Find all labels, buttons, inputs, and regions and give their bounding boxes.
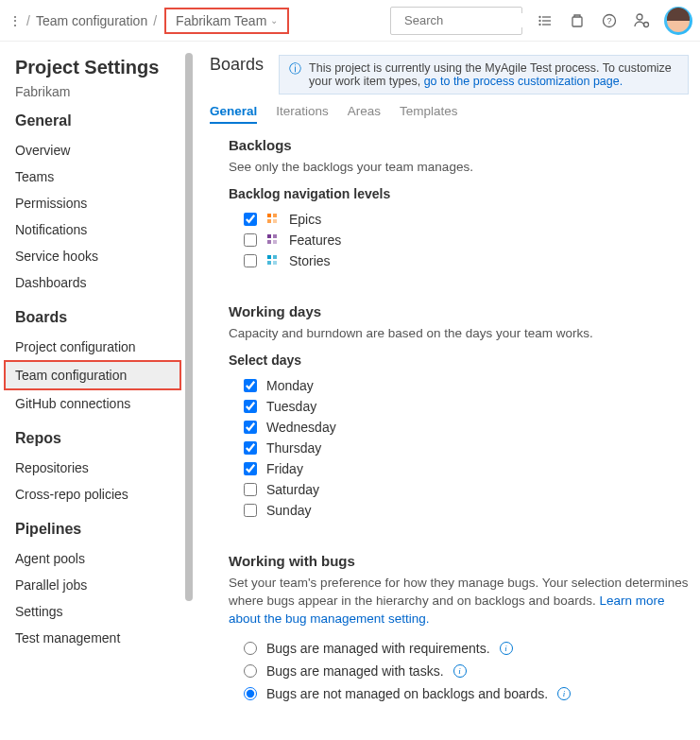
bug-option-row: Bugs are not managed on backlogs and boa… (229, 682, 689, 705)
help-icon[interactable]: ? (600, 11, 619, 30)
day-row: Friday (229, 458, 689, 479)
svg-rect-18 (273, 214, 277, 217)
nav-dashboards[interactable]: Dashboards (15, 269, 189, 296)
main-content: Boards ⓘ This project is currently using… (193, 42, 700, 740)
sidebar-scrollbar[interactable] (185, 53, 193, 601)
day-checkbox[interactable] (244, 462, 257, 475)
user-avatar[interactable] (664, 7, 692, 35)
day-label: Wednesday (266, 420, 336, 435)
bug-option-label: Bugs are managed with tasks. (266, 663, 444, 679)
bug-option-row: Bugs are managed with requirements. i (229, 637, 689, 660)
bug-option-radio[interactable] (244, 642, 257, 655)
day-checkbox[interactable] (244, 421, 257, 434)
breadcrumb-team-config[interactable]: Team configuration (36, 13, 147, 28)
svg-rect-19 (267, 219, 271, 223)
day-row: Thursday (229, 438, 689, 458)
nav-test-mgmt[interactable]: Test management (15, 625, 189, 651)
svg-rect-20 (273, 219, 277, 223)
nav-agent-pools[interactable]: Agent pools (15, 545, 189, 572)
day-checkbox[interactable] (244, 483, 257, 496)
help-tooltip-icon[interactable]: i (500, 642, 513, 655)
day-checkbox[interactable] (244, 379, 257, 392)
section-boards-head: Boards (15, 309, 189, 326)
day-row: Tuesday (229, 396, 689, 417)
bug-option-radio[interactable] (244, 664, 257, 678)
day-label: Sunday (266, 503, 311, 518)
day-row: Sunday (229, 500, 689, 521)
section-pipelines-head: Pipelines (15, 521, 189, 538)
day-checkbox[interactable] (244, 441, 257, 455)
nav-team-config[interactable]: Team configuration (4, 360, 181, 390)
bugs-title: Working with bugs (229, 553, 689, 569)
list-icon[interactable] (536, 11, 555, 30)
backlog-level-row: Features (229, 230, 689, 250)
backlogs-desc: See only the backlogs your team manages. (229, 159, 689, 177)
nav-cross-repo[interactable]: Cross-repo policies (15, 481, 189, 508)
svg-rect-8 (572, 17, 582, 26)
user-settings-icon[interactable] (632, 11, 651, 30)
nav-permissions[interactable]: Permissions (15, 190, 189, 216)
info-banner: ⓘ This project is currently using the My… (279, 55, 689, 95)
backlog-level-label: Stories (289, 253, 331, 268)
day-label: Tuesday (266, 399, 316, 414)
backlog-level-row: Epics (229, 209, 689, 230)
nav-service-hooks[interactable]: Service hooks (15, 243, 189, 269)
working-days-title: Working days (229, 303, 689, 319)
nav-overview[interactable]: Overview (15, 137, 189, 163)
backlog-level-checkbox[interactable] (244, 254, 257, 267)
backlog-levels-head: Backlog navigation levels (229, 186, 689, 201)
marketplace-icon[interactable] (568, 11, 587, 30)
day-row: Saturday (229, 479, 689, 500)
nav-settings[interactable]: Settings (15, 598, 189, 625)
nav-notifications[interactable]: Notifications (15, 216, 189, 243)
backlog-level-checkbox[interactable] (244, 213, 257, 226)
day-row: Monday (229, 375, 689, 396)
svg-point-7 (539, 24, 540, 25)
nav-repositories[interactable]: Repositories (15, 455, 189, 481)
help-tooltip-icon[interactable]: i (557, 687, 571, 700)
separator-icon: / (153, 13, 157, 28)
nav-teams[interactable]: Teams (15, 163, 189, 190)
work-item-icon (266, 254, 280, 267)
svg-rect-23 (267, 240, 271, 244)
search-box[interactable] (390, 7, 522, 35)
section-repos-head: Repos (15, 430, 189, 447)
tab-areas[interactable]: Areas (348, 104, 381, 124)
tab-iterations[interactable]: Iterations (276, 104, 329, 124)
backlogs-title: Backlogs (229, 137, 689, 153)
bug-option-label: Bugs are managed with requirements. (266, 641, 490, 656)
bug-option-radio[interactable] (244, 687, 257, 700)
backlog-level-checkbox[interactable] (244, 233, 257, 247)
tab-templates[interactable]: Templates (400, 104, 458, 124)
work-item-icon (266, 233, 280, 247)
info-link[interactable]: go to the process customization page. (424, 75, 623, 88)
nav-github-connections[interactable]: GitHub connections (15, 390, 189, 417)
svg-rect-25 (267, 255, 271, 259)
nav-project-config[interactable]: Project configuration (15, 334, 189, 360)
page-title: Boards (210, 55, 264, 75)
more-menu-icon[interactable]: ⋮ (8, 13, 23, 28)
svg-rect-26 (273, 255, 277, 259)
svg-rect-22 (273, 234, 277, 238)
svg-rect-24 (273, 240, 277, 244)
nav-parallel-jobs[interactable]: Parallel jobs (15, 572, 189, 598)
backlog-level-row: Stories (229, 250, 689, 271)
help-tooltip-icon[interactable]: i (453, 664, 467, 678)
project-name[interactable]: Fabrikam (15, 84, 189, 99)
sidebar-title: Project Settings (15, 57, 189, 78)
team-selector-dropdown[interactable]: Fabrikam Team ⌄ (164, 8, 289, 34)
day-checkbox[interactable] (244, 400, 257, 413)
bug-option-row: Bugs are managed with tasks. i (229, 660, 689, 682)
day-checkbox[interactable] (244, 504, 257, 517)
svg-rect-27 (267, 261, 271, 265)
backlog-level-label: Features (289, 232, 341, 248)
svg-point-11 (637, 14, 642, 20)
day-label: Saturday (266, 482, 319, 497)
section-general-head: General (15, 112, 189, 129)
day-label: Thursday (266, 440, 321, 456)
team-selector-label: Fabrikam Team (176, 13, 266, 28)
svg-rect-28 (273, 261, 277, 265)
bug-option-label: Bugs are not managed on backlogs and boa… (266, 686, 548, 701)
tab-general[interactable]: General (210, 104, 257, 124)
select-days-head: Select days (229, 353, 689, 368)
